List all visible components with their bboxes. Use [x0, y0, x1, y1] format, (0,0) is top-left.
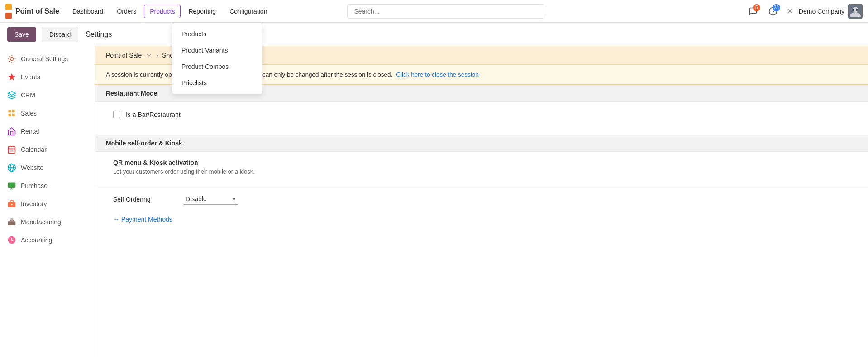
- dropdown-overlay[interactable]: [0, 0, 868, 357]
- dropdown-item-products[interactable]: Products: [172, 26, 262, 42]
- dropdown-item-pricelists[interactable]: Pricelists: [172, 75, 262, 91]
- dropdown-item-product-variants[interactable]: Product Variants: [172, 42, 262, 58]
- products-dropdown: Products Product Variants Product Combos…: [172, 23, 262, 94]
- dropdown-item-product-combos[interactable]: Product Combos: [172, 58, 262, 75]
